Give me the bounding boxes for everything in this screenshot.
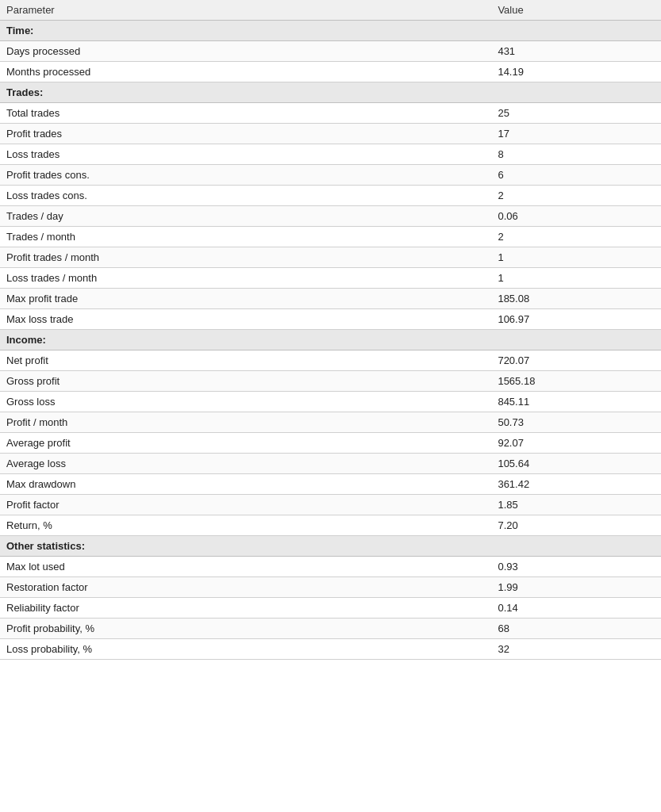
table-row: Profit factor1.85 [0, 495, 661, 515]
value-cell: 32 [491, 639, 661, 660]
table-row: Months processed14.19 [0, 62, 661, 82]
table-row: Profit / month50.73 [0, 412, 661, 433]
value-cell: 1.99 [491, 577, 661, 598]
section-header-row: Income: [0, 330, 661, 350]
table-row: Max profit trade185.08 [0, 289, 661, 309]
parameter-cell: Max lot used [0, 557, 491, 577]
table-row: Trades / month2 [0, 227, 661, 247]
table-row: Gross loss845.11 [0, 392, 661, 412]
value-cell: 0.93 [491, 557, 661, 577]
parameter-cell: Days processed [0, 41, 491, 62]
table-row: Total trades25 [0, 103, 661, 124]
table-row: Profit trades / month1 [0, 247, 661, 268]
section-header-label: Other statistics: [0, 536, 661, 557]
parameter-cell: Loss trades / month [0, 268, 491, 289]
table-row: Max drawdown361.42 [0, 474, 661, 495]
table-row: Profit trades cons.6 [0, 165, 661, 186]
value-cell: 1 [491, 268, 661, 289]
value-cell: 0.06 [491, 206, 661, 227]
parameter-cell: Return, % [0, 515, 491, 536]
value-cell: 185.08 [491, 289, 661, 309]
value-cell: 50.73 [491, 412, 661, 433]
value-cell: 92.07 [491, 433, 661, 454]
value-cell: 105.64 [491, 454, 661, 474]
table-row: Loss trades cons.2 [0, 186, 661, 206]
table-row: Restoration factor1.99 [0, 577, 661, 598]
stats-table: Parameter Value Time:Days processed431Mo… [0, 0, 661, 660]
parameter-cell: Average profit [0, 433, 491, 454]
parameter-cell: Months processed [0, 62, 491, 82]
table-row: Max lot used0.93 [0, 557, 661, 577]
parameter-cell: Restoration factor [0, 577, 491, 598]
parameter-cell: Gross profit [0, 371, 491, 392]
table-row: Days processed431 [0, 41, 661, 62]
value-cell: 2 [491, 227, 661, 247]
parameter-cell: Net profit [0, 350, 491, 371]
value-cell: 106.97 [491, 309, 661, 330]
parameter-cell: Profit factor [0, 495, 491, 515]
parameter-cell: Trades / day [0, 206, 491, 227]
table-row: Loss trades8 [0, 144, 661, 165]
table-row: Average loss105.64 [0, 454, 661, 474]
value-cell: 68 [491, 619, 661, 639]
table-row: Reliability factor0.14 [0, 598, 661, 619]
table-row: Max loss trade106.97 [0, 309, 661, 330]
parameter-cell: Profit trades [0, 124, 491, 144]
table-row: Gross profit1565.18 [0, 371, 661, 392]
parameter-cell: Loss trades cons. [0, 186, 491, 206]
parameter-cell: Profit trades cons. [0, 165, 491, 186]
table-row: Net profit720.07 [0, 350, 661, 371]
value-cell: 0.14 [491, 598, 661, 619]
value-cell: 1.85 [491, 495, 661, 515]
value-cell: 17 [491, 124, 661, 144]
parameter-cell: Profit probability, % [0, 619, 491, 639]
value-cell: 1565.18 [491, 371, 661, 392]
parameter-cell: Max loss trade [0, 309, 491, 330]
parameter-cell: Loss trades [0, 144, 491, 165]
table-row: Profit probability, %68 [0, 619, 661, 639]
value-cell: 361.42 [491, 474, 661, 495]
value-cell: 8 [491, 144, 661, 165]
table-row: Trades / day0.06 [0, 206, 661, 227]
header-parameter: Parameter [0, 0, 491, 21]
parameter-cell: Total trades [0, 103, 491, 124]
section-header-label: Income: [0, 330, 661, 350]
parameter-cell: Max profit trade [0, 289, 491, 309]
parameter-cell: Max drawdown [0, 474, 491, 495]
parameter-cell: Profit trades / month [0, 247, 491, 268]
value-cell: 14.19 [491, 62, 661, 82]
parameter-cell: Loss probability, % [0, 639, 491, 660]
section-header-label: Time: [0, 21, 661, 41]
parameter-cell: Gross loss [0, 392, 491, 412]
table-row: Loss probability, %32 [0, 639, 661, 660]
parameter-cell: Average loss [0, 454, 491, 474]
section-header-label: Trades: [0, 82, 661, 103]
value-cell: 431 [491, 41, 661, 62]
value-cell: 6 [491, 165, 661, 186]
value-cell: 25 [491, 103, 661, 124]
value-cell: 2 [491, 186, 661, 206]
parameter-cell: Trades / month [0, 227, 491, 247]
value-cell: 7.20 [491, 515, 661, 536]
value-cell: 845.11 [491, 392, 661, 412]
value-cell: 1 [491, 247, 661, 268]
section-header-row: Other statistics: [0, 536, 661, 557]
table-row: Profit trades17 [0, 124, 661, 144]
section-header-row: Trades: [0, 82, 661, 103]
parameter-cell: Profit / month [0, 412, 491, 433]
header-value: Value [491, 0, 661, 21]
table-row: Return, %7.20 [0, 515, 661, 536]
parameter-cell: Reliability factor [0, 598, 491, 619]
value-cell: 720.07 [491, 350, 661, 371]
table-row: Average profit92.07 [0, 433, 661, 454]
section-header-row: Time: [0, 21, 661, 41]
table-row: Loss trades / month1 [0, 268, 661, 289]
